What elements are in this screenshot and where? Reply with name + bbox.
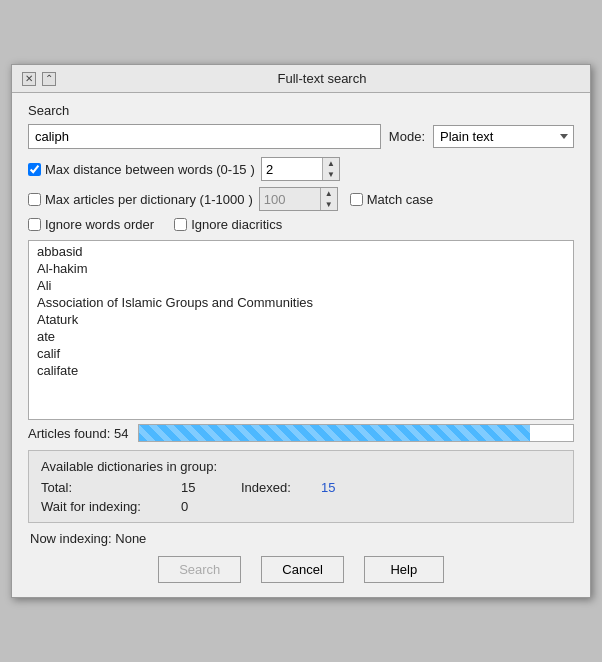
help-button[interactable]: Help (364, 556, 444, 583)
title-bar: ✕ ⌃ Full-text search (12, 65, 590, 93)
content-area: Search Mode: Plain text Regular expressi… (12, 93, 590, 597)
indexed-label: Indexed: (241, 480, 321, 495)
collapse-button[interactable]: ⌃ (42, 72, 56, 86)
list-item[interactable]: Ataturk (29, 311, 573, 328)
spinner-arrows: ▲ ▼ (322, 158, 339, 180)
max-distance-text: Max distance between words (0-15 (45, 162, 247, 177)
window-title: Full-text search (64, 71, 580, 86)
ignore-diacritics-checkbox[interactable] (174, 218, 187, 231)
max-articles-label[interactable]: Max articles per dictionary (1-1000) (28, 192, 253, 207)
ignore-diacritics-label[interactable]: Ignore diacritics (174, 217, 282, 232)
max-distance-down[interactable]: ▼ (323, 169, 339, 180)
found-label: Articles found: 54 (28, 426, 128, 441)
wait-value: 0 (181, 499, 241, 514)
max-distance-input[interactable] (262, 158, 322, 180)
progress-bar-fill (139, 425, 529, 441)
mode-label: Mode: (389, 129, 425, 144)
search-button[interactable]: Search (158, 556, 241, 583)
list-item[interactable]: Association of Islamic Groups and Commun… (29, 294, 573, 311)
results-list[interactable]: abbasid Al-hakim Ali Association of Isla… (28, 240, 574, 420)
list-item[interactable]: Al-hakim (29, 260, 573, 277)
match-case-text: Match case (367, 192, 433, 207)
ignore-order-text: Ignore words order (45, 217, 154, 232)
max-articles-text: Max articles per dictionary (1-1000 (45, 192, 244, 207)
dict-stats: Total: 15 Indexed: 15 Wait for indexing:… (41, 480, 561, 514)
dict-title: Available dictionaries in group: (41, 459, 561, 474)
max-distance-spinner: ▲ ▼ (261, 157, 340, 181)
main-window: ✕ ⌃ Full-text search Search Mode: Plain … (11, 64, 591, 598)
list-item[interactable]: abbasid (29, 243, 573, 260)
articles-spinner-arrows: ▲ ▼ (320, 188, 337, 210)
ignore-order-label[interactable]: Ignore words order (28, 217, 154, 232)
cancel-button[interactable]: Cancel (261, 556, 343, 583)
total-label: Total: (41, 480, 181, 495)
close-icon: ✕ (25, 73, 33, 84)
collapse-icon: ⌃ (45, 73, 53, 84)
search-section-label: Search (28, 103, 574, 118)
max-articles-spinner: ▲ ▼ (259, 187, 338, 211)
indexed-value: 15 (321, 480, 361, 495)
search-input[interactable] (28, 124, 381, 149)
max-articles-up[interactable]: ▲ (321, 188, 337, 199)
ignore-row: Ignore words order Ignore diacritics (28, 217, 574, 232)
max-distance-row: Max distance between words (0-15) ▲ ▼ (28, 157, 574, 181)
dict-wait-row: Wait for indexing: 0 (41, 499, 561, 514)
results-list-inner: abbasid Al-hakim Ali Association of Isla… (29, 241, 573, 381)
max-distance-label[interactable]: Max distance between words (0-15) (28, 162, 255, 177)
match-case-checkbox[interactable] (350, 193, 363, 206)
found-row: Articles found: 54 (28, 420, 574, 446)
max-distance-up[interactable]: ▲ (323, 158, 339, 169)
buttons-row: Search Cancel Help (28, 556, 574, 583)
progress-bar (138, 424, 574, 442)
dict-section: Available dictionaries in group: Total: … (28, 450, 574, 523)
list-item[interactable]: Ali (29, 277, 573, 294)
ignore-diacritics-text: Ignore diacritics (191, 217, 282, 232)
max-articles-checkbox[interactable] (28, 193, 41, 206)
mode-select[interactable]: Plain text Regular expression Fuzzy (433, 125, 574, 148)
max-articles-down[interactable]: ▼ (321, 199, 337, 210)
list-item[interactable]: ate (29, 328, 573, 345)
results-list-container: abbasid Al-hakim Ali Association of Isla… (28, 240, 574, 420)
title-bar-buttons: ✕ ⌃ (22, 72, 56, 86)
close-button[interactable]: ✕ (22, 72, 36, 86)
wait-label: Wait for indexing: (41, 499, 181, 514)
dict-total-row: Total: 15 Indexed: 15 (41, 480, 561, 495)
max-articles-input[interactable] (260, 188, 320, 210)
max-articles-row: Max articles per dictionary (1-1000) ▲ ▼… (28, 187, 574, 211)
max-distance-checkbox[interactable] (28, 163, 41, 176)
ignore-order-checkbox[interactable] (28, 218, 41, 231)
total-value: 15 (181, 480, 241, 495)
match-case-label[interactable]: Match case (350, 192, 433, 207)
list-item[interactable]: califate (29, 362, 573, 379)
list-item[interactable]: calif (29, 345, 573, 362)
now-indexing: Now indexing: None (28, 531, 574, 546)
search-row: Mode: Plain text Regular expression Fuzz… (28, 124, 574, 149)
